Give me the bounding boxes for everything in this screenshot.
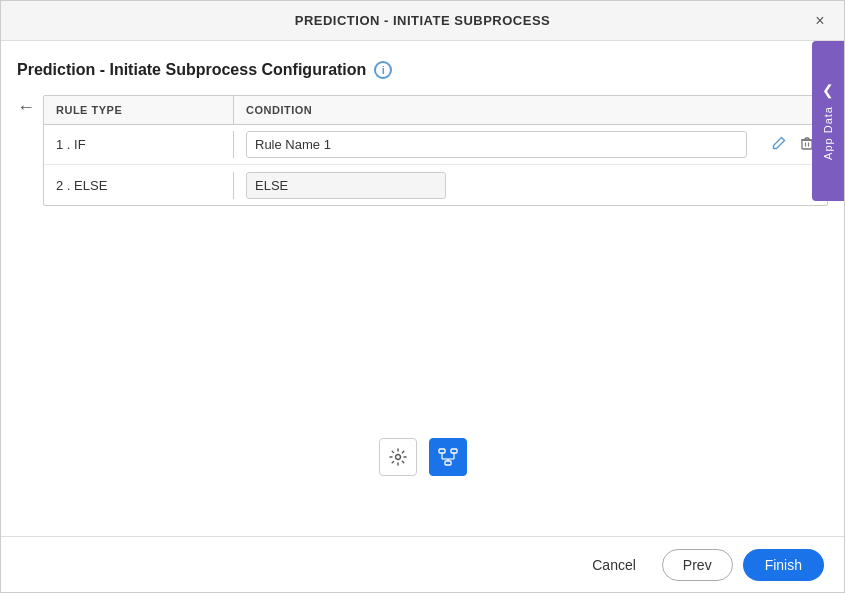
svg-rect-6	[451, 449, 457, 453]
table-row: 1 . IF	[44, 125, 827, 165]
col-condition-header: CONDITION	[234, 96, 827, 124]
rule-name-input[interactable]	[246, 131, 747, 158]
svg-point-4	[395, 455, 400, 460]
back-row: ← RULE TYPE CONDITION 1 . IF	[17, 95, 828, 206]
else-condition-text: ELSE	[246, 172, 446, 199]
app-data-panel[interactable]: ❮ App Data	[812, 41, 844, 201]
footer-icons-area	[379, 438, 467, 476]
row-1-condition	[234, 125, 759, 164]
finish-button[interactable]: Finish	[743, 549, 824, 581]
row-2-condition: ELSE	[234, 166, 827, 205]
table-header: RULE TYPE CONDITION	[44, 96, 827, 125]
info-icon[interactable]: i	[374, 61, 392, 79]
main-content: ❮ App Data Prediction - Initiate Subproc…	[1, 41, 844, 536]
cancel-button[interactable]: Cancel	[576, 549, 652, 581]
bottom-bar: Cancel Prev Finish	[1, 536, 844, 592]
row-2-rule-type: 2 . ELSE	[44, 172, 234, 199]
svg-rect-7	[445, 461, 451, 465]
dialog-title: PREDICTION - INITIATE SUBPROCESS	[295, 13, 551, 28]
page-heading-title: Prediction - Initiate Subprocess Configu…	[17, 61, 366, 79]
network-icon-button[interactable]	[429, 438, 467, 476]
svg-rect-5	[439, 449, 445, 453]
dialog-container: PREDICTION - INITIATE SUBPROCESS × ❮ App…	[0, 0, 845, 593]
title-bar: PREDICTION - INITIATE SUBPROCESS ×	[1, 1, 844, 41]
close-button[interactable]: ×	[808, 9, 832, 33]
side-panel-arrow-icon: ❮	[822, 82, 834, 98]
rules-table: RULE TYPE CONDITION 1 . IF	[43, 95, 828, 206]
svg-rect-0	[802, 140, 812, 149]
prev-button[interactable]: Prev	[662, 549, 733, 581]
back-button[interactable]: ←	[17, 97, 35, 118]
side-panel-label: App Data	[822, 106, 834, 160]
row-1-rule-type: 1 . IF	[44, 131, 234, 158]
col-rule-type-header: RULE TYPE	[44, 96, 234, 124]
page-heading: Prediction - Initiate Subprocess Configu…	[17, 61, 828, 79]
gear-icon-button[interactable]	[379, 438, 417, 476]
table-row: 2 . ELSE ELSE	[44, 165, 827, 205]
edit-button-row-1[interactable]	[767, 133, 791, 156]
